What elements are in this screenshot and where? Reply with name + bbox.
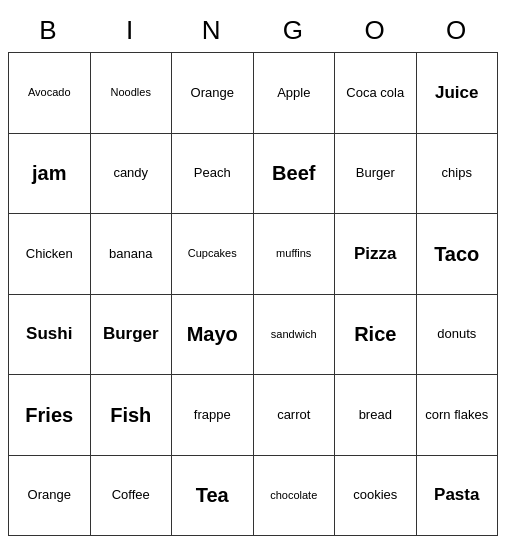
cell-r1-c5: chips [417,134,499,215]
cell-r1-c4: Burger [335,134,417,215]
cell-r1-c1: candy [91,134,173,215]
cell-r2-c2: Cupcakes [172,214,254,295]
cell-r4-c4: bread [335,375,417,456]
cell-r2-c4: Pizza [335,214,417,295]
cell-r4-c2: frappe [172,375,254,456]
header-letter: O [416,8,498,52]
cell-r1-c0: jam [9,134,91,215]
cell-r5-c2: Tea [172,456,254,537]
cell-r3-c5: donuts [417,295,499,376]
cell-r3-c1: Burger [91,295,173,376]
cell-r0-c4: Coca cola [335,53,417,134]
bingo-card: BINGOO AvocadoNoodlesOrangeAppleCoca col… [8,8,498,536]
cell-r0-c1: Noodles [91,53,173,134]
cell-r5-c4: cookies [335,456,417,537]
cell-r4-c1: Fish [91,375,173,456]
cell-r0-c3: Apple [254,53,336,134]
cell-r4-c3: carrot [254,375,336,456]
cell-r1-c2: Peach [172,134,254,215]
cell-r0-c0: Avocado [9,53,91,134]
cell-r5-c3: chocolate [254,456,336,537]
cell-r4-c5: corn flakes [417,375,499,456]
cell-r0-c2: Orange [172,53,254,134]
cell-r2-c5: Taco [417,214,499,295]
cell-r2-c1: banana [91,214,173,295]
cell-r3-c3: sandwich [254,295,336,376]
bingo-grid: AvocadoNoodlesOrangeAppleCoca colaJuicej… [8,52,498,536]
cell-r5-c1: Coffee [91,456,173,537]
cell-r4-c0: Fries [9,375,91,456]
cell-r0-c5: Juice [417,53,499,134]
cell-r3-c0: Sushi [9,295,91,376]
cell-r5-c5: Pasta [417,456,499,537]
cell-r3-c4: Rice [335,295,417,376]
header-letter: I [90,8,172,52]
bingo-header: BINGOO [8,8,498,52]
cell-r1-c3: Beef [254,134,336,215]
cell-r5-c0: Orange [9,456,91,537]
header-letter: N [171,8,253,52]
cell-r2-c3: muffins [254,214,336,295]
cell-r3-c2: Mayo [172,295,254,376]
header-letter: G [253,8,335,52]
header-letter: B [8,8,90,52]
cell-r2-c0: Chicken [9,214,91,295]
header-letter: O [335,8,417,52]
